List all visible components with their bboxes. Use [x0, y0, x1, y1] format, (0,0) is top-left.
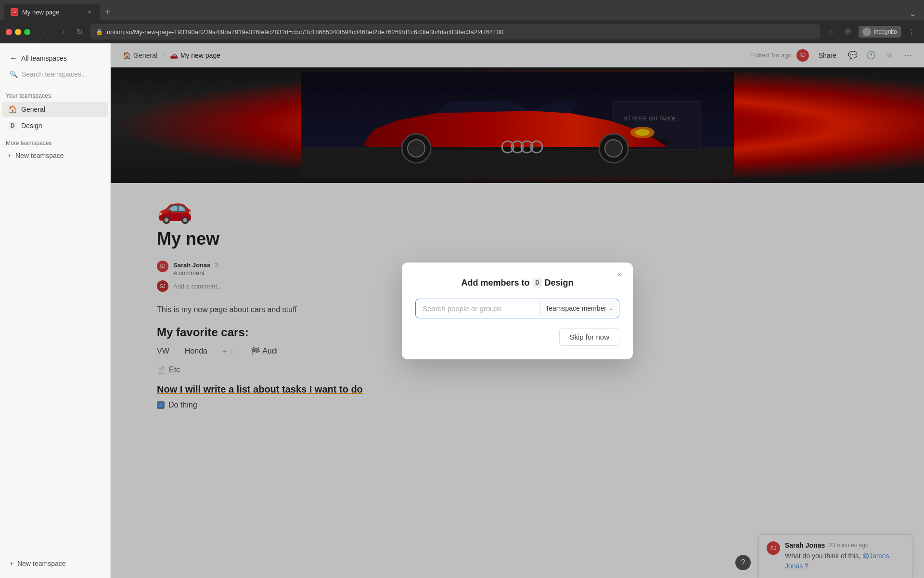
- window-controls[interactable]: ⌄: [909, 8, 920, 19]
- tab-bar: 🚗 My new page × + ⌄: [0, 0, 924, 20]
- modal-design-d-icon: D: [533, 278, 542, 288]
- new-teamspace-icon: +: [8, 152, 12, 159]
- more-teamspaces-label: More teamspaces: [0, 134, 110, 148]
- main-content: 🏠 General / 🚗 My new page Edited 1m ago …: [111, 43, 924, 578]
- sidebar-bottom: + New teamspace: [0, 553, 110, 574]
- add-members-modal: × Add members to D Design Teamspace memb…: [402, 263, 633, 359]
- minimize-light[interactable]: [15, 29, 21, 35]
- modal-search-row: Teamspace member ⌄: [415, 299, 619, 318]
- incognito-badge[interactable]: Incognito: [859, 26, 901, 38]
- tab-title: My new page: [22, 9, 82, 16]
- sidebar-item-general[interactable]: 🏠 General: [2, 102, 108, 117]
- bookmark-icon[interactable]: ☆: [824, 25, 837, 39]
- browser-menu-icon[interactable]: ⋮: [905, 25, 918, 39]
- search-icon: 🔍: [10, 70, 18, 78]
- modal-overlay[interactable]: × Add members to D Design Teamspace memb…: [111, 43, 924, 578]
- profile-avatar: [862, 27, 871, 36]
- sidebar-item-general-label: General: [21, 105, 45, 113]
- new-page-label: New teamspace: [17, 560, 65, 567]
- modal-title-prefix: Add members to: [461, 278, 529, 288]
- new-teamspace-label: New teamspace: [15, 152, 64, 159]
- search-placeholder-text: Search teamspaces...: [22, 70, 87, 78]
- app-layout: ← All teamspaces 🔍 Search teamspaces... …: [0, 43, 924, 578]
- lock-icon: 🔒: [96, 28, 103, 35]
- sidebar-item-design[interactable]: D Design: [2, 118, 108, 133]
- fullscreen-light[interactable]: [24, 29, 30, 35]
- back-arrow-icon: ←: [10, 54, 17, 63]
- sidebar: ← All teamspaces 🔍 Search teamspaces... …: [0, 43, 111, 578]
- url-text: notion.so/My-new-page-193190a8239a4f9da7…: [107, 28, 814, 36]
- modal-design-badge: D Design: [533, 278, 574, 288]
- all-teamspaces-button[interactable]: ← All teamspaces: [6, 51, 104, 66]
- browser-toolbar: ← → ↻ 🔒 notion.so/My-new-page-193190a823…: [0, 20, 924, 43]
- search-people-input[interactable]: [416, 299, 539, 318]
- all-teamspaces-label: All teamspaces: [21, 54, 67, 62]
- tab-favicon: 🚗: [11, 8, 18, 16]
- role-label: Teamspace member: [545, 304, 606, 312]
- sidebar-item-design-label: Design: [21, 122, 42, 130]
- modal-title: Add members to D Design: [415, 278, 619, 288]
- forward-button[interactable]: →: [55, 25, 69, 39]
- active-tab[interactable]: 🚗 My new page ×: [4, 4, 100, 20]
- close-light[interactable]: [6, 29, 12, 35]
- incognito-label: Incognito: [873, 28, 897, 35]
- address-bar[interactable]: 🔒 notion.so/My-new-page-193190a8239a4f9d…: [90, 24, 820, 39]
- general-icon: 🏠: [8, 105, 17, 114]
- your-teamspaces-label: Your teamspaces: [0, 87, 110, 101]
- traffic-lights: [6, 29, 30, 35]
- modal-footer: Skip for now: [415, 328, 619, 346]
- new-teamspace-button[interactable]: + New teamspace: [2, 149, 108, 162]
- search-teamspaces-bar[interactable]: 🔍 Search teamspaces...: [6, 67, 104, 81]
- new-page-icon: +: [10, 560, 13, 567]
- design-icon: D: [8, 121, 17, 131]
- chevron-down-icon: ⌄: [609, 305, 613, 312]
- refresh-button[interactable]: ↻: [73, 25, 86, 39]
- tab-close-button[interactable]: ×: [86, 8, 93, 16]
- back-button[interactable]: ←: [38, 25, 51, 39]
- skip-for-now-button[interactable]: Skip for now: [559, 328, 619, 346]
- new-page-bottom-button[interactable]: + New teamspace: [6, 557, 104, 570]
- sidebar-top: ← All teamspaces 🔍 Search teamspaces...: [0, 47, 110, 87]
- modal-title-space: Design: [545, 278, 574, 288]
- new-tab-button[interactable]: +: [101, 5, 115, 19]
- toolbar-actions: ☆ ⊞ Incognito ⋮: [824, 25, 918, 39]
- modal-close-button[interactable]: ×: [613, 268, 626, 282]
- role-dropdown[interactable]: Teamspace member ⌄: [539, 301, 619, 316]
- extensions-icon[interactable]: ⊞: [841, 25, 855, 39]
- browser-chrome: 🚗 My new page × + ⌄ ← → ↻ 🔒 notion.so/My…: [0, 0, 924, 43]
